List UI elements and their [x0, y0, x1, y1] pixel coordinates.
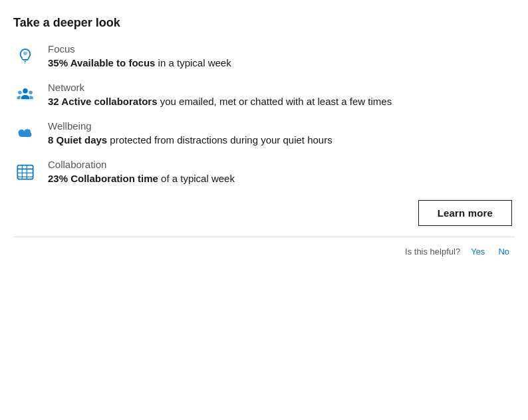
- network-stat-rest: you emailed, met or chatted with at leas…: [158, 96, 392, 107]
- wellbeing-stat-rest: protected from distractions during your …: [107, 134, 332, 146]
- lightbulb-icon: [13, 45, 37, 68]
- wellbeing-content: Wellbeing 8 Quiet days protected from di…: [48, 120, 515, 146]
- collaboration-stat-rest: of a typical week: [158, 173, 235, 184]
- yes-button[interactable]: Yes: [468, 245, 487, 258]
- no-button[interactable]: No: [495, 245, 512, 258]
- network-label: Network: [48, 82, 515, 93]
- focus-stat-rest: in a typical week: [155, 57, 231, 68]
- collaboration-icon: [13, 160, 37, 184]
- network-stat: 32 Active collaborators you emailed, met…: [48, 96, 515, 107]
- wellbeing-label: Wellbeing: [48, 120, 515, 132]
- svg-point-3: [29, 91, 33, 95]
- learn-more-button[interactable]: Learn more: [418, 200, 512, 226]
- wellbeing-stat: 8 Quiet days protected from distractions…: [48, 134, 515, 146]
- focus-stat: 35% Available to focus in a typical week: [48, 57, 515, 68]
- helpful-label: Is this helpful?: [405, 247, 460, 257]
- svg-point-0: [23, 51, 27, 55]
- collaboration-stat-bold: 23% Collaboration time: [48, 173, 158, 184]
- page-title: Take a deeper look: [13, 16, 515, 30]
- focus-label: Focus: [48, 43, 515, 54]
- svg-point-1: [23, 88, 28, 94]
- collaboration-content: Collaboration 23% Collaboration time of …: [48, 159, 515, 184]
- wellbeing-section: Wellbeing 8 Quiet days protected from di…: [13, 120, 515, 146]
- network-section: Network 32 Active collaborators you emai…: [13, 82, 515, 107]
- bottom-section: Learn more Is this helpful? Yes No: [13, 200, 515, 258]
- focus-stat-bold: 35% Available to focus: [48, 57, 155, 68]
- collaboration-section: Collaboration 23% Collaboration time of …: [13, 159, 515, 184]
- wellbeing-stat-bold: 8 Quiet days: [48, 134, 107, 146]
- focus-content: Focus 35% Available to focus in a typica…: [48, 43, 515, 68]
- collaboration-label: Collaboration: [48, 159, 515, 170]
- network-stat-bold: 32 Active collaborators: [48, 96, 158, 107]
- wellbeing-icon: [13, 122, 37, 146]
- helpful-row: Is this helpful? Yes No: [13, 237, 515, 258]
- network-icon: [13, 83, 37, 107]
- svg-point-2: [18, 91, 22, 95]
- learn-more-row: Learn more: [13, 200, 515, 226]
- focus-section: Focus 35% Available to focus in a typica…: [13, 43, 515, 68]
- collaboration-stat: 23% Collaboration time of a typical week: [48, 173, 515, 184]
- network-content: Network 32 Active collaborators you emai…: [48, 82, 515, 107]
